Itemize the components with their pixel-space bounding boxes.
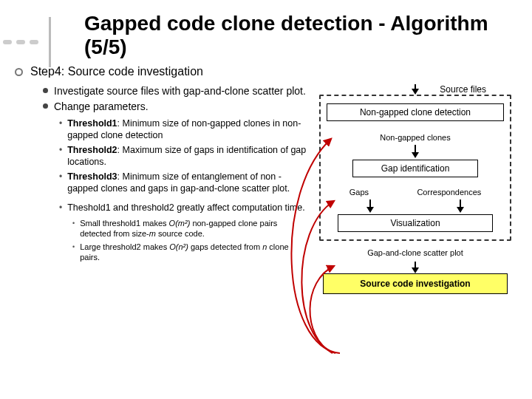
slide-decoration-dots [3, 17, 74, 67]
complexity-a: Small threshold1 makes O(m²) non-gapped … [80, 218, 310, 239]
visualization-box: Visualization [338, 214, 493, 232]
nongapped-detection-box: Non-gapped clone detection [327, 103, 503, 121]
t1-label: Threshold1 [67, 118, 117, 129]
step4-text: Step4: Source code investigation [30, 65, 203, 78]
arrow-line-icon [460, 200, 461, 207]
arrow-line-icon [369, 200, 371, 207]
bullet-dot-icon: • [59, 171, 62, 183]
t2-label: Threshold2 [67, 145, 117, 155]
complexity-b: Large threshold2 makes O(n²) gaps detect… [80, 242, 310, 263]
sub-list-1: Investigate source files with gap-and-cl… [43, 84, 310, 112]
threshold-list: • Threshold1: Minimum size of non-gapped… [59, 117, 310, 214]
arrow-line-icon [415, 145, 416, 152]
gap-identification-box: Gap identification [352, 160, 479, 177]
t3-label: Threshold3 [67, 171, 117, 182]
dot-icon [3, 40, 12, 44]
slide-title: Gapped code clone detection - Algorithm … [84, 12, 514, 59]
scatter-plot-label: Gap-and-clone scatter plot [319, 248, 511, 257]
bullet-dot-icon: • [59, 118, 62, 129]
arrow-line-icon [415, 262, 416, 267]
dashed-group: Non-gapped clone detection Non-gapped cl… [319, 95, 511, 241]
slide: Gapped code clone detection - Algorithm … [0, 0, 532, 399]
bullet-ring-icon [15, 68, 23, 76]
arrow-down-icon [457, 207, 464, 213]
bullet-dot-icon: • [72, 219, 75, 228]
bullet-dot-icon: • [59, 145, 62, 156]
sub1-a: Investigate source files with gap-and-cl… [54, 84, 306, 98]
source-code-investigation-box: Source code investigation [323, 273, 508, 294]
arrow-pair [325, 200, 505, 213]
step4-heading: Step4: Source code investigation [15, 65, 310, 78]
bullet-dot-icon: • [72, 243, 75, 252]
nongapped-clones-label: Non-gapped clones [325, 133, 505, 142]
arrow-line-icon [415, 84, 416, 89]
arrow-down-icon [412, 267, 419, 273]
dot-icon [30, 40, 38, 44]
gaps-label: Gaps [349, 188, 369, 197]
threshold1: Threshold1: Minimum size of non-gapped c… [67, 117, 310, 141]
bullet-dot-icon: • [59, 202, 62, 214]
sub1-b: Change parameters. [54, 100, 149, 113]
divider-icon [49, 17, 51, 67]
dot-icon [16, 40, 25, 44]
correspondences-label: Correspondences [417, 188, 481, 197]
bullet-dot-icon [43, 103, 48, 109]
complexity-list: • Small threshold1 makes O(m²) non-gappe… [72, 218, 310, 262]
left-column: Step4: Source code investigation Investi… [18, 65, 313, 294]
content-row: Step4: Source code investigation Investi… [18, 65, 514, 294]
arrow-down-icon [366, 207, 374, 213]
bullet-dot-icon [43, 88, 48, 93]
threshold2: Threshold2: Maximum size of gaps in iden… [67, 144, 310, 168]
threshold3: Threshold3: Minimum size of entanglement… [67, 171, 310, 194]
arrow-down-icon [412, 89, 419, 95]
mid-labels: Gaps Correspondences [325, 188, 505, 197]
affect-line: Theshold1 and threshold2 greatly affect … [67, 202, 305, 214]
right-diagram: Non-gapped clone detection Non-gapped cl… [319, 84, 511, 294]
arrow-down-icon [412, 152, 419, 158]
